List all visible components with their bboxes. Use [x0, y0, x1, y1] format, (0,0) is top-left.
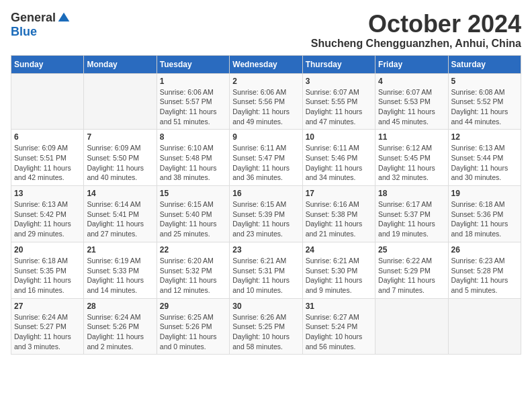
day-number: 26	[451, 245, 518, 255]
day-cell: 21Sunrise: 6:19 AMSunset: 5:33 PMDayligh…	[84, 242, 157, 298]
day-info: Sunrise: 6:16 AMSunset: 5:38 PMDaylight:…	[306, 199, 372, 239]
logo-general-text: General	[11, 11, 56, 25]
day-cell: 23Sunrise: 6:21 AMSunset: 5:31 PMDayligh…	[230, 242, 302, 298]
day-info: Sunrise: 6:21 AMSunset: 5:30 PMDaylight:…	[306, 256, 372, 295]
day-number: 25	[378, 245, 445, 255]
week-row-5: 27Sunrise: 6:24 AMSunset: 5:27 PMDayligh…	[11, 298, 521, 355]
day-cell: 27Sunrise: 6:24 AMSunset: 5:27 PMDayligh…	[11, 298, 84, 355]
day-info: Sunrise: 6:06 AMSunset: 5:56 PMDaylight:…	[232, 87, 299, 127]
day-info: Sunrise: 6:24 AMSunset: 5:26 PMDaylight:…	[87, 312, 153, 352]
day-number: 14	[87, 189, 153, 198]
day-cell: 14Sunrise: 6:14 AMSunset: 5:41 PMDayligh…	[84, 186, 157, 242]
day-number: 2	[232, 77, 299, 86]
week-row-2: 6Sunrise: 6:09 AMSunset: 5:51 PMDaylight…	[11, 130, 521, 186]
header-sunday: Sunday	[11, 55, 84, 73]
day-cell: 2Sunrise: 6:06 AMSunset: 5:56 PMDaylight…	[230, 73, 302, 130]
day-number: 18	[378, 189, 445, 198]
header-saturday: Saturday	[448, 55, 521, 73]
day-number: 16	[232, 189, 299, 198]
day-info: Sunrise: 6:17 AMSunset: 5:37 PMDaylight:…	[378, 199, 445, 239]
day-number: 13	[14, 189, 81, 198]
day-info: Sunrise: 6:25 AMSunset: 5:26 PMDaylight:…	[160, 312, 226, 352]
day-cell: 11Sunrise: 6:12 AMSunset: 5:45 PMDayligh…	[375, 130, 448, 186]
day-info: Sunrise: 6:15 AMSunset: 5:40 PMDaylight:…	[160, 199, 226, 239]
day-info: Sunrise: 6:10 AMSunset: 5:48 PMDaylight:…	[160, 143, 226, 183]
day-number: 20	[14, 245, 81, 255]
day-number: 28	[87, 302, 153, 311]
day-cell: 7Sunrise: 6:09 AMSunset: 5:50 PMDaylight…	[84, 130, 157, 186]
day-number: 1	[160, 77, 226, 86]
day-number: 22	[160, 245, 226, 255]
day-cell: 10Sunrise: 6:11 AMSunset: 5:46 PMDayligh…	[302, 130, 375, 186]
day-number: 31	[306, 302, 372, 311]
location-title: Shucheng Chengguanzhen, Anhui, China	[311, 38, 521, 50]
day-number: 6	[14, 132, 81, 142]
logo-blue-text: Blue	[11, 25, 37, 39]
header-wednesday: Wednesday	[230, 55, 302, 73]
day-number: 10	[306, 132, 372, 142]
svg-marker-0	[58, 12, 70, 21]
day-info: Sunrise: 6:13 AMSunset: 5:42 PMDaylight:…	[14, 199, 81, 239]
calendar-header-row: SundayMondayTuesdayWednesdayThursdayFrid…	[11, 55, 521, 73]
day-info: Sunrise: 6:23 AMSunset: 5:28 PMDaylight:…	[451, 256, 518, 295]
day-cell: 3Sunrise: 6:07 AMSunset: 5:55 PMDaylight…	[302, 73, 375, 130]
day-number: 12	[451, 132, 518, 142]
day-cell: 30Sunrise: 6:26 AMSunset: 5:25 PMDayligh…	[230, 298, 302, 355]
day-cell: 29Sunrise: 6:25 AMSunset: 5:26 PMDayligh…	[157, 298, 229, 355]
day-info: Sunrise: 6:06 AMSunset: 5:57 PMDaylight:…	[160, 87, 226, 127]
day-number: 15	[160, 189, 226, 198]
header-tuesday: Tuesday	[157, 55, 229, 73]
day-cell: 1Sunrise: 6:06 AMSunset: 5:57 PMDaylight…	[157, 73, 229, 130]
day-cell: 4Sunrise: 6:07 AMSunset: 5:53 PMDaylight…	[375, 73, 448, 130]
day-info: Sunrise: 6:21 AMSunset: 5:31 PMDaylight:…	[232, 256, 299, 295]
day-cell: 19Sunrise: 6:18 AMSunset: 5:36 PMDayligh…	[448, 186, 521, 242]
day-info: Sunrise: 6:13 AMSunset: 5:44 PMDaylight:…	[451, 143, 518, 183]
day-cell: 16Sunrise: 6:15 AMSunset: 5:39 PMDayligh…	[230, 186, 302, 242]
day-cell: 20Sunrise: 6:18 AMSunset: 5:35 PMDayligh…	[11, 242, 84, 298]
day-info: Sunrise: 6:18 AMSunset: 5:35 PMDaylight:…	[14, 256, 81, 295]
page-header: General Blue October 2024 Shucheng Cheng…	[11, 11, 521, 50]
day-info: Sunrise: 6:12 AMSunset: 5:45 PMDaylight:…	[378, 143, 445, 183]
day-info: Sunrise: 6:22 AMSunset: 5:29 PMDaylight:…	[378, 256, 445, 295]
day-info: Sunrise: 6:20 AMSunset: 5:32 PMDaylight:…	[160, 256, 226, 295]
day-number: 27	[14, 302, 81, 311]
day-info: Sunrise: 6:09 AMSunset: 5:51 PMDaylight:…	[14, 143, 81, 183]
week-row-3: 13Sunrise: 6:13 AMSunset: 5:42 PMDayligh…	[11, 186, 521, 242]
day-cell: 24Sunrise: 6:21 AMSunset: 5:30 PMDayligh…	[302, 242, 375, 298]
day-number: 19	[451, 189, 518, 198]
day-info: Sunrise: 6:19 AMSunset: 5:33 PMDaylight:…	[87, 256, 153, 295]
day-number: 3	[306, 77, 372, 86]
day-number: 30	[232, 302, 299, 311]
day-info: Sunrise: 6:26 AMSunset: 5:25 PMDaylight:…	[232, 312, 299, 352]
day-cell	[448, 298, 521, 355]
header-friday: Friday	[375, 55, 448, 73]
day-cell: 6Sunrise: 6:09 AMSunset: 5:51 PMDaylight…	[11, 130, 84, 186]
day-cell: 28Sunrise: 6:24 AMSunset: 5:26 PMDayligh…	[84, 298, 157, 355]
day-cell	[375, 298, 448, 355]
day-number: 8	[160, 132, 226, 142]
day-cell: 8Sunrise: 6:10 AMSunset: 5:48 PMDaylight…	[157, 130, 229, 186]
day-number: 17	[306, 189, 372, 198]
week-row-4: 20Sunrise: 6:18 AMSunset: 5:35 PMDayligh…	[11, 242, 521, 298]
header-thursday: Thursday	[302, 55, 375, 73]
day-cell: 13Sunrise: 6:13 AMSunset: 5:42 PMDayligh…	[11, 186, 84, 242]
day-number: 9	[232, 132, 299, 142]
day-cell: 5Sunrise: 6:08 AMSunset: 5:52 PMDaylight…	[448, 73, 521, 130]
day-info: Sunrise: 6:11 AMSunset: 5:47 PMDaylight:…	[232, 143, 299, 183]
day-number: 29	[160, 302, 226, 311]
day-cell	[11, 73, 84, 130]
day-info: Sunrise: 6:27 AMSunset: 5:24 PMDaylight:…	[306, 312, 372, 352]
day-info: Sunrise: 6:08 AMSunset: 5:52 PMDaylight:…	[451, 87, 518, 127]
day-info: Sunrise: 6:14 AMSunset: 5:41 PMDaylight:…	[87, 199, 153, 239]
day-info: Sunrise: 6:11 AMSunset: 5:46 PMDaylight:…	[306, 143, 372, 183]
day-info: Sunrise: 6:18 AMSunset: 5:36 PMDaylight:…	[451, 199, 518, 239]
day-info: Sunrise: 6:24 AMSunset: 5:27 PMDaylight:…	[14, 312, 81, 352]
calendar-table: SundayMondayTuesdayWednesdayThursdayFrid…	[11, 55, 521, 355]
day-number: 21	[87, 245, 153, 255]
day-cell: 9Sunrise: 6:11 AMSunset: 5:47 PMDaylight…	[230, 130, 302, 186]
day-cell: 25Sunrise: 6:22 AMSunset: 5:29 PMDayligh…	[375, 242, 448, 298]
week-row-1: 1Sunrise: 6:06 AMSunset: 5:57 PMDaylight…	[11, 73, 521, 130]
title-section: October 2024 Shucheng Chengguanzhen, Anh…	[311, 11, 521, 50]
day-info: Sunrise: 6:15 AMSunset: 5:39 PMDaylight:…	[232, 199, 299, 239]
day-cell: 17Sunrise: 6:16 AMSunset: 5:38 PMDayligh…	[302, 186, 375, 242]
